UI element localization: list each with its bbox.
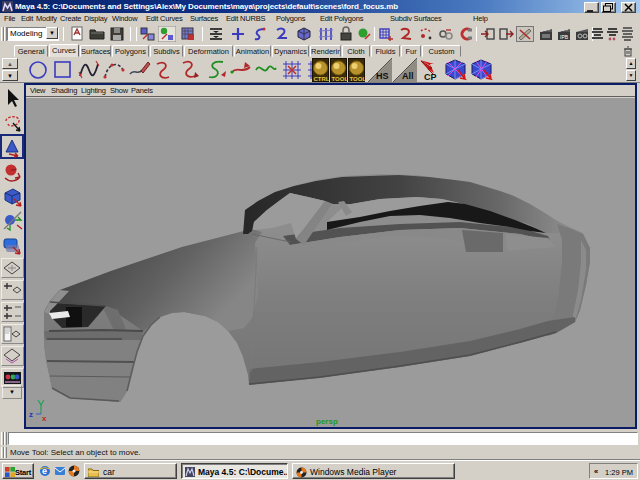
svg-text:CTRL: CTRL bbox=[314, 76, 330, 82]
svg-text:TOOL: TOOL bbox=[332, 76, 348, 82]
svg-text:persp: persp bbox=[316, 417, 338, 426]
svg-text:TOOL: TOOL bbox=[350, 76, 366, 82]
svg-text:All: All bbox=[402, 71, 414, 81]
svg-text:HS: HS bbox=[376, 71, 389, 81]
svg-text:IPB: IPB bbox=[560, 34, 569, 40]
svg-text:x: x bbox=[42, 414, 47, 423]
svg-text:z: z bbox=[29, 410, 33, 419]
svg-text:CP: CP bbox=[424, 72, 437, 82]
